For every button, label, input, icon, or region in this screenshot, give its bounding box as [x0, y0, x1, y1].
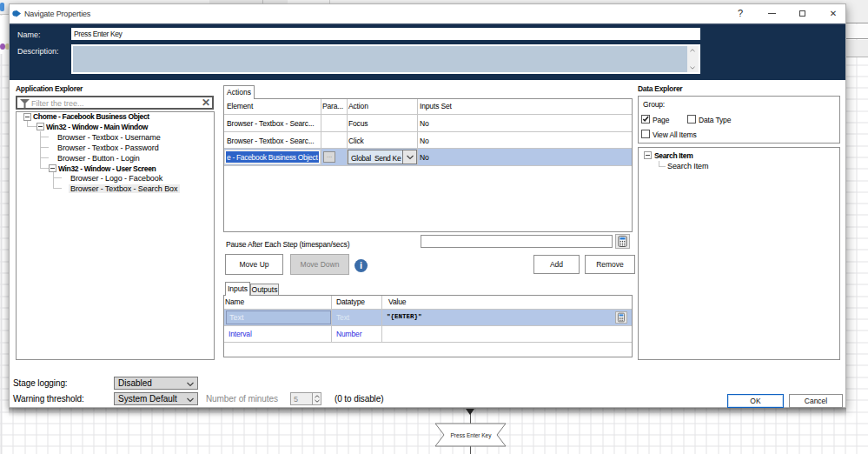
svg-text:Press Enter Key: Press Enter Key [451, 432, 493, 439]
